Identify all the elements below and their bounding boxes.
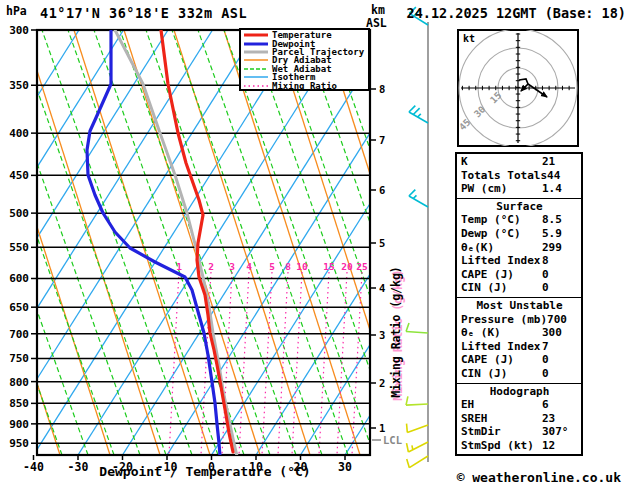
temperature-curve — [161, 30, 233, 452]
table-section-title: Most Unstable — [461, 299, 578, 313]
table-row-value: 0 — [542, 268, 578, 282]
table-row-label: StmSpd (kt) — [461, 439, 542, 453]
legend-line-sample — [243, 48, 269, 56]
isotherm-line — [123, 30, 391, 455]
legend-line-sample — [243, 31, 269, 39]
wind-barb — [409, 106, 428, 123]
wind-barb — [407, 442, 428, 452]
table-row: θₑ(K)299 — [461, 241, 578, 255]
table-row: Temp (°C)8.5 — [461, 213, 578, 227]
km-tick-label: 3 — [379, 329, 385, 341]
km-tick-label: 4 — [379, 282, 385, 294]
table-row-value: 12 — [542, 439, 578, 453]
table-row-label: θₑ (K) — [461, 326, 542, 340]
km-tick-label: 7 — [379, 134, 385, 146]
pressure-label: 700 — [9, 328, 29, 341]
km-tick-label: 5 — [379, 237, 385, 249]
table-row: CIN (J)0 — [461, 281, 578, 295]
legend-line-sample — [243, 65, 269, 73]
table-section: Most UnstablePressure (mb)700θₑ (K)300Li… — [457, 297, 581, 383]
pressure-label: 750 — [9, 352, 29, 365]
table-row-value: 1.4 — [542, 182, 578, 196]
table-row-value: 23 — [542, 412, 578, 426]
hodograph: 153045 — [457, 29, 578, 147]
wind-barb — [406, 396, 428, 405]
table-row: Dewp (°C)5.9 — [461, 227, 578, 241]
km-tick-label: 1 — [379, 422, 385, 434]
table-row: θₑ (K)300 — [461, 326, 578, 340]
table-row-value: 6 — [542, 398, 578, 412]
table-section: HodographEH6SREH23StmDir307°StmSpd (kt)1… — [457, 383, 581, 455]
table-row: CAPE (J)0 — [461, 268, 578, 282]
pressure-label: 550 — [9, 241, 29, 254]
table-row: SREH23 — [461, 412, 578, 426]
legend-line-sample — [243, 56, 269, 64]
pressure-label: 500 — [9, 207, 29, 220]
plot-border — [37, 30, 370, 455]
table-row: StmSpd (kt)12 — [461, 439, 578, 453]
table-row-value: 7 — [542, 340, 578, 354]
watermark: © weatheronline.co.uk — [457, 470, 621, 485]
temperature-axis-label: Dewpoint / Temperature (°C) — [60, 464, 350, 479]
mixing-ratio-label: 1 — [176, 261, 182, 272]
table-row: StmDir307° — [461, 425, 578, 439]
table-row-label: CIN (J) — [461, 367, 542, 381]
station-title: 41°17'N 36°18'E 332m ASL — [40, 5, 247, 21]
table-row: EH6 — [461, 398, 578, 412]
table-row-value: 0 — [542, 281, 578, 295]
wind-barb — [407, 424, 428, 433]
legend-line-sample — [243, 40, 269, 48]
isotherm-line — [34, 30, 302, 455]
table-row-label: Dewp (°C) — [461, 227, 542, 241]
mixing-ratio-label: 25 — [356, 261, 368, 272]
dewpoint-curve — [87, 30, 220, 456]
table-row: Lifted Index7 — [461, 340, 578, 354]
table-row-value: 307° — [542, 425, 578, 439]
table-row-label: Lifted Index — [461, 340, 542, 354]
mixing-ratio-line — [169, 272, 179, 455]
table-row-label: θₑ(K) — [461, 241, 542, 255]
table-row-label: CIN (J) — [461, 281, 542, 295]
pressure-label: 850 — [9, 397, 29, 410]
table-row-label: CAPE (J) — [461, 268, 542, 282]
table-row-label: PW (cm) — [461, 182, 542, 196]
mixing-ratio-axis-label: Mixing Ratio (g/kg) — [389, 232, 403, 432]
dry-adiabat-line — [124, 30, 260, 455]
mixing-ratio-line — [278, 272, 288, 455]
pressure-label: 400 — [9, 127, 29, 140]
legend-item-label: Mixing Ratio — [272, 82, 337, 90]
mixing-ratio-label: 3 — [229, 261, 235, 272]
legend-line-sample — [243, 73, 269, 81]
table-row-value: 700 — [547, 313, 578, 327]
table-row-label: Pressure (mb) — [461, 313, 547, 327]
mixing-ratio-line — [319, 272, 329, 455]
table-row-value: 21 — [542, 155, 578, 169]
table-row-value: 44 — [547, 169, 578, 183]
table-row-label: Temp (°C) — [461, 213, 542, 227]
table-row-value: 0 — [542, 353, 578, 367]
pressure-label: 950 — [9, 437, 29, 450]
table-row-value: 8 — [542, 254, 578, 268]
pressure-label: 350 — [9, 79, 29, 92]
legend-item-label: Isotherm — [272, 73, 315, 81]
skewt-sounding-page: 1234581015202530035040045050055060065070… — [0, 0, 629, 486]
pressure-label: 650 — [9, 301, 29, 314]
table-row-label: SREH — [461, 412, 542, 426]
table-section-title: Hodograph — [461, 385, 578, 399]
mixing-ratio-label: 15 — [323, 261, 335, 272]
wind-barb — [409, 190, 428, 207]
table-row: CAPE (J)0 — [461, 353, 578, 367]
pressure-label: 800 — [9, 376, 29, 389]
legend: TemperatureDewpointParcel TrajectoryDry … — [239, 28, 370, 91]
table-row-label: Lifted Index — [461, 254, 542, 268]
hodograph-unit-label: kt — [463, 33, 475, 44]
pressure-label: 450 — [9, 169, 29, 182]
temp-tick-label: -40 — [23, 460, 44, 474]
mixing-ratio-line — [239, 272, 249, 455]
dry-adiabat-line — [224, 30, 360, 455]
mixing-ratio-label: 10 — [296, 261, 308, 272]
table-section-title: Surface — [461, 200, 578, 214]
wind-barb — [407, 456, 428, 468]
valid-datetime: 24.12.2025 12GMT (Base: 18) — [407, 5, 626, 21]
table-row: K21 — [461, 155, 578, 169]
